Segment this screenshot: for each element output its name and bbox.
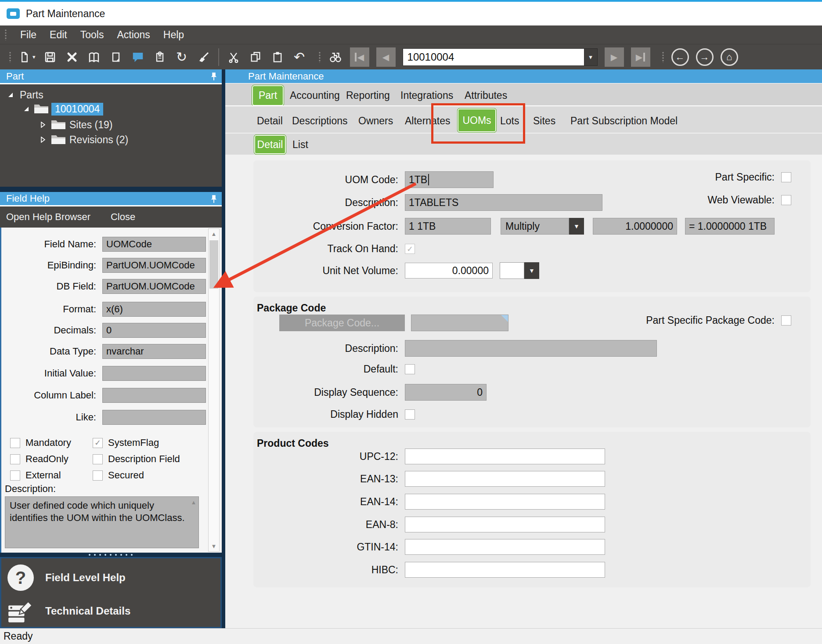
- tree-node-selected-part[interactable]: 10010004: [23, 102, 103, 116]
- menubar-grip[interactable]: [4, 29, 7, 40]
- decimals-value[interactable]: 0: [102, 323, 206, 338]
- pin-icon[interactable]: [210, 195, 217, 206]
- menu-edit[interactable]: Edit: [50, 29, 67, 41]
- hibc-input[interactable]: [405, 562, 605, 578]
- tree-node-label[interactable]: Parts: [20, 89, 43, 101]
- unit-net-volume-uom-value[interactable]: [500, 262, 524, 279]
- tree-node-label[interactable]: Sites (19): [69, 119, 112, 131]
- tab-integrations[interactable]: Integrations: [400, 90, 453, 101]
- save-icon[interactable]: [43, 48, 58, 66]
- toolbar-grip[interactable]: [9, 51, 11, 63]
- secured-checkbox[interactable]: [93, 470, 103, 481]
- close-help-button[interactable]: Close: [111, 211, 135, 223]
- menu-help[interactable]: Help: [163, 29, 184, 41]
- record-dropdown-button[interactable]: ▾: [584, 48, 598, 66]
- unit-net-volume-input[interactable]: 0.00000: [405, 263, 493, 279]
- tree-node-parts[interactable]: Parts: [7, 88, 43, 102]
- pin-icon[interactable]: [210, 72, 217, 83]
- paste-icon[interactable]: [270, 48, 285, 66]
- clear-form-icon[interactable]: [108, 48, 123, 66]
- track-on-hand-checkbox[interactable]: [405, 244, 415, 254]
- tab-detail[interactable]: Detail: [257, 115, 283, 127]
- field-level-help-button[interactable]: ? Field Level Help: [7, 564, 126, 591]
- tree-node-label[interactable]: Revisions (2): [69, 134, 128, 146]
- delete-icon[interactable]: [65, 48, 79, 66]
- package-code-button[interactable]: Package Code...: [279, 315, 405, 331]
- tab-uoms[interactable]: UOMs: [457, 108, 497, 133]
- collapsed-arrow-icon[interactable]: [40, 137, 46, 143]
- scroll-thumb[interactable]: [209, 240, 218, 289]
- db-field-value[interactable]: PartUOM.UOMCode: [102, 279, 206, 294]
- tab-detail-inner[interactable]: Detail: [254, 134, 286, 155]
- menu-file[interactable]: File: [20, 29, 36, 41]
- epibinding-value[interactable]: PartUOM.UOMCode: [102, 258, 206, 273]
- expanded-arrow-icon[interactable]: [23, 106, 29, 112]
- tab-list[interactable]: List: [292, 139, 308, 151]
- comment-icon[interactable]: [130, 48, 145, 66]
- new-dropdown-icon[interactable]: ▾: [32, 54, 36, 60]
- previous-record-button[interactable]: ◀: [376, 47, 396, 67]
- upc12-input[interactable]: [405, 449, 605, 464]
- tab-sites[interactable]: Sites: [533, 115, 555, 127]
- scroll-down-icon[interactable]: ▼: [209, 543, 219, 550]
- field-name-value[interactable]: UOMCode: [102, 237, 206, 252]
- undo-icon[interactable]: ↶: [292, 48, 307, 66]
- display-hidden-checkbox[interactable]: [405, 409, 415, 420]
- part-specific-package-code-checkbox[interactable]: [781, 315, 791, 326]
- tab-part-subscription-model[interactable]: Part Subscription Model: [570, 115, 678, 127]
- description-field-checkbox[interactable]: [93, 454, 103, 464]
- first-record-button[interactable]: ◀: [350, 47, 369, 67]
- help-description-text[interactable]: User defined code which uniquely identif…: [5, 496, 199, 548]
- tree-node-label-selected[interactable]: 10010004: [51, 103, 103, 116]
- tree-node-revisions[interactable]: Revisions (2): [40, 133, 128, 147]
- like-value[interactable]: [102, 410, 206, 425]
- tab-owners[interactable]: Owners: [358, 115, 393, 127]
- readonly-checkbox[interactable]: [10, 454, 20, 464]
- gtin14-input[interactable]: [405, 539, 605, 555]
- home-button[interactable]: ⌂: [721, 48, 738, 66]
- default-checkbox[interactable]: [405, 364, 415, 374]
- data-type-value[interactable]: nvarchar: [102, 344, 206, 359]
- tab-accounting[interactable]: Accounting: [290, 90, 340, 101]
- new-icon[interactable]: ▾: [18, 48, 36, 66]
- initial-value-value[interactable]: [102, 366, 206, 381]
- binoculars-search-icon[interactable]: [328, 48, 343, 66]
- column-label-value[interactable]: [102, 388, 206, 403]
- conversion-operator-value[interactable]: Multiply: [501, 218, 569, 235]
- ean8-input[interactable]: [405, 517, 605, 532]
- clean-broom-icon[interactable]: [196, 48, 211, 66]
- uom-code-input[interactable]: 1TB: [405, 171, 494, 188]
- search-book-icon[interactable]: [87, 48, 101, 66]
- menu-tools[interactable]: Tools: [80, 29, 104, 41]
- back-button[interactable]: ←: [671, 48, 689, 66]
- tab-lots[interactable]: Lots: [500, 115, 519, 127]
- tab-reporting[interactable]: Reporting: [346, 90, 390, 101]
- expanded-arrow-icon[interactable]: [7, 92, 14, 98]
- cut-icon[interactable]: [226, 48, 241, 66]
- format-value[interactable]: x(6): [102, 302, 206, 317]
- scroll-up-icon[interactable]: ▲: [209, 231, 219, 237]
- toolbar-grip-3[interactable]: [662, 51, 664, 63]
- next-record-button[interactable]: ▶: [605, 47, 624, 67]
- record-id-input[interactable]: 10010004: [403, 48, 584, 66]
- collapsed-arrow-icon[interactable]: [40, 122, 46, 128]
- textarea-scroll-up-icon[interactable]: ▲: [188, 499, 199, 506]
- ean13-input[interactable]: [405, 471, 605, 487]
- panel-splitter[interactable]: [0, 553, 222, 557]
- ean14-input[interactable]: [405, 494, 605, 510]
- refresh-icon[interactable]: ↻: [174, 48, 189, 66]
- tab-attributes[interactable]: Attributes: [465, 90, 507, 101]
- part-specific-checkbox[interactable]: [781, 172, 791, 182]
- display-sequence-input[interactable]: 0: [405, 384, 487, 401]
- uom-description-input[interactable]: 1TABLETS: [405, 194, 602, 211]
- dropdown-arrow-icon[interactable]: ▼: [569, 218, 584, 235]
- vertical-divider[interactable]: [222, 69, 225, 628]
- tree-node-sites[interactable]: Sites (19): [40, 118, 112, 132]
- external-checkbox[interactable]: [10, 470, 20, 481]
- package-code-input[interactable]: [411, 315, 508, 331]
- package-description-input[interactable]: [405, 340, 657, 357]
- toolbar-grip-2[interactable]: [318, 51, 321, 63]
- forward-button[interactable]: →: [696, 48, 714, 66]
- conversion-factor-input[interactable]: 1 1TB: [405, 218, 491, 235]
- web-viewable-checkbox[interactable]: [781, 195, 791, 205]
